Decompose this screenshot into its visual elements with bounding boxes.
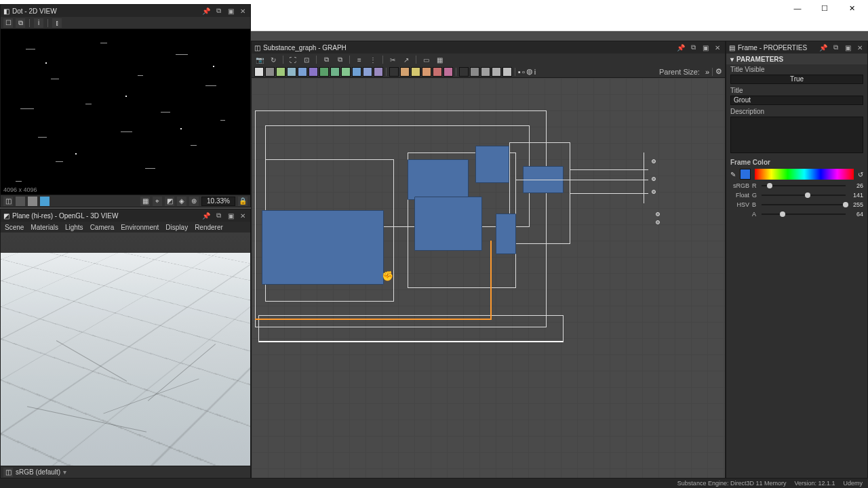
close-icon[interactable]: ✕ <box>238 6 248 16</box>
close-icon[interactable]: ✕ <box>713 43 722 52</box>
menu-scene[interactable]: Scene <box>5 224 24 231</box>
atomic-node-11[interactable] <box>363 67 372 77</box>
info-bar-icon[interactable]: i <box>534 68 536 76</box>
atomic-node-22[interactable] <box>492 67 501 77</box>
copy-icon[interactable]: ⧉ <box>16 18 25 28</box>
atomic-node-6[interactable] <box>309 67 318 77</box>
close-icon[interactable]: ✕ <box>855 43 865 52</box>
grid-icon[interactable]: ▦ <box>434 55 445 64</box>
window-maximize-button[interactable]: ☐ <box>811 1 838 15</box>
atomic-node-20[interactable] <box>470 67 479 77</box>
maximize-icon[interactable]: ▣ <box>701 43 710 52</box>
channel-g-slider[interactable] <box>762 195 846 196</box>
info-icon[interactable]: i <box>34 18 43 28</box>
bg-dark-icon[interactable] <box>16 197 25 206</box>
reset-color-icon[interactable]: ↺ <box>858 171 863 178</box>
tile-icon[interactable]: ◩ <box>165 197 174 206</box>
bg-mid-icon[interactable] <box>28 197 37 206</box>
title-visible-dropdown[interactable]: True <box>730 75 863 84</box>
atomic-node-14[interactable] <box>400 67 410 77</box>
graph-node[interactable] <box>408 159 469 200</box>
channel-b-slider[interactable] <box>762 204 846 205</box>
zoom-fit-icon[interactable]: ⛶ <box>288 55 298 64</box>
graph-node[interactable] <box>414 197 482 251</box>
settings-icon[interactable]: ⚙ <box>715 67 722 76</box>
mode-srgb[interactable]: sRGB <box>730 182 749 189</box>
output-port[interactable] <box>652 177 656 181</box>
output-port[interactable] <box>656 212 660 216</box>
undock-icon[interactable]: ⧉ <box>688 43 698 52</box>
window-minimize-button[interactable]: — <box>784 1 811 15</box>
undock-icon[interactable]: ⧉ <box>831 43 840 52</box>
menu-environment[interactable]: Environment <box>121 224 159 231</box>
node-c-icon[interactable]: ◍ <box>526 67 533 76</box>
pin-icon[interactable]: 📌 <box>818 43 828 52</box>
graph-canvas[interactable]: ✊ <box>252 78 725 478</box>
eyedropper-icon[interactable]: ✎ <box>730 171 736 178</box>
menu-renderer[interactable]: Renderer <box>195 224 223 231</box>
grid-icon[interactable]: ▦ <box>140 197 150 206</box>
atomic-node-17[interactable] <box>433 67 442 77</box>
menu-materials[interactable]: Materials <box>31 224 58 231</box>
zoom-1-icon[interactable]: ⊡ <box>301 55 312 64</box>
menu-camera[interactable]: Camera <box>90 224 115 231</box>
atomic-node-19[interactable] <box>459 67 469 77</box>
cut-icon[interactable]: ✂ <box>387 55 398 64</box>
panel-3d-header[interactable]: ◩ Plane (hi-res) - OpenGL - 3D VIEW 📌 ⧉ … <box>1 209 250 222</box>
undock-icon[interactable]: ⧉ <box>214 6 223 16</box>
output-port[interactable] <box>652 190 656 194</box>
graph-node[interactable] <box>262 210 384 285</box>
undock-icon[interactable]: ⧉ <box>214 211 223 220</box>
lock-icon[interactable]: 🔒 <box>238 197 248 206</box>
mode-hsv[interactable]: HSV <box>730 201 749 208</box>
colorspace-dropdown[interactable]: sRGB (default) <box>16 468 60 476</box>
camera-icon[interactable]: 📷 <box>254 55 265 64</box>
bg-color-icon[interactable] <box>40 197 50 206</box>
maximize-icon[interactable]: ▣ <box>226 211 235 220</box>
graph-node[interactable] <box>475 146 509 183</box>
graph-frame-d[interactable] <box>509 142 570 244</box>
refresh-icon[interactable]: ↻ <box>268 55 279 64</box>
snap-icon[interactable]: ⌖ <box>153 197 162 206</box>
mirror-icon[interactable]: ⊕ <box>189 197 199 206</box>
panel-3d-viewport[interactable]: ☼ <box>1 232 250 466</box>
layer-icon[interactable]: ◫ <box>3 468 13 477</box>
mode-float[interactable]: Float <box>730 192 749 199</box>
atomic-node-13[interactable] <box>389 67 399 77</box>
output-port[interactable] <box>656 220 660 224</box>
layer-icon[interactable]: ◫ <box>3 197 13 206</box>
atomic-node-1[interactable] <box>254 67 264 77</box>
frame-icon[interactable]: ▭ <box>420 55 431 64</box>
panel-graph-header[interactable]: ◫ Substance_graph - GRAPH 📌 ⧉ ▣ ✕ <box>252 41 725 54</box>
color-spectrum[interactable] <box>755 169 854 180</box>
chevron-right-icon[interactable]: » <box>705 68 709 76</box>
maximize-icon[interactable]: ▣ <box>226 6 235 16</box>
atomic-node-10[interactable] <box>352 67 361 77</box>
menu-lights[interactable]: Lights <box>65 224 83 231</box>
align-h-icon[interactable]: ≡ <box>354 55 365 64</box>
color-swatch[interactable] <box>740 169 751 180</box>
atomic-node-9[interactable] <box>341 67 351 77</box>
save-icon[interactable]: ☐ <box>3 18 13 28</box>
output-port[interactable] <box>652 159 656 163</box>
atomic-node-5[interactable] <box>298 67 307 77</box>
node-a-icon[interactable]: ▪ <box>518 68 521 76</box>
title-input[interactable]: Grout <box>730 96 863 105</box>
zoom-input[interactable]: 10.33% <box>201 197 235 206</box>
panel-2d-header[interactable]: ◧ Dot - 2D VIEW 📌 ⧉ ▣ ✕ <box>1 5 250 17</box>
close-icon[interactable]: ✕ <box>238 211 248 220</box>
histogram-icon[interactable]: ⫿ <box>52 18 62 28</box>
export-icon[interactable]: ↗ <box>401 55 412 64</box>
align-v-icon[interactable]: ⋮ <box>368 55 378 64</box>
pin-icon[interactable]: 📌 <box>201 6 211 16</box>
panel-properties-header[interactable]: ▤ Frame - PROPERTIES 📌 ⧉ ▣ ✕ <box>726 41 867 54</box>
atomic-node-7[interactable] <box>319 67 329 77</box>
graph-node[interactable] <box>496 214 516 254</box>
atomic-node-2[interactable] <box>265 67 275 77</box>
atomic-node-21[interactable] <box>481 67 490 77</box>
window-close-button[interactable]: ✕ <box>838 1 865 15</box>
atomic-node-4[interactable] <box>287 67 296 77</box>
channel-a-slider[interactable] <box>762 214 846 215</box>
menu-display[interactable]: Display <box>165 224 188 231</box>
pin-icon[interactable]: 📌 <box>676 43 686 52</box>
